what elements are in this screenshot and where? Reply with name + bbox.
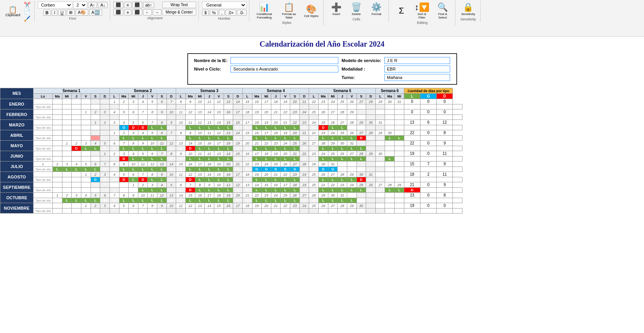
tipo-label: Tipo de día	[33, 146, 52, 151]
comma-button[interactable]: ,	[219, 10, 225, 16]
format-button[interactable]: ⚙️ Format	[367, 2, 386, 17]
tipo-cell	[72, 125, 81, 130]
cell-styles-button[interactable]: 🎨 Cell Styles	[302, 3, 321, 18]
currency-button[interactable]: $	[202, 10, 209, 16]
wrap-text-button[interactable]: Wrap Text	[162, 2, 197, 8]
nombre-ie-input[interactable]	[230, 57, 338, 64]
copy-button[interactable]: 📄	[23, 8, 32, 15]
tipo-cell: L	[91, 198, 100, 203]
tipo-cell: L	[138, 188, 148, 193]
fecha-cell: 1	[33, 161, 52, 167]
fecha-cell: 30	[366, 120, 376, 125]
tipo-cell	[385, 198, 395, 203]
tipo-cell: D	[299, 177, 309, 182]
fecha-cell: 30	[385, 130, 395, 136]
font-color-button[interactable]: A🔤	[89, 9, 102, 16]
align-top-left-button[interactable]: ⬛	[113, 2, 123, 8]
tipo-cell: D	[299, 125, 309, 130]
tipo-cell: L	[224, 198, 233, 203]
tipo-cell: L	[338, 177, 347, 182]
conditional-formatting-button[interactable]: 📊 Conditional Formatting	[252, 2, 276, 20]
tipo-cell: D	[186, 146, 195, 151]
fecha-cell: 16	[224, 172, 233, 177]
modalidad-value: EBR	[384, 66, 450, 72]
fecha-cell: 19	[214, 161, 224, 167]
sum-button[interactable]: Σ	[392, 5, 411, 17]
tipo-cell	[62, 125, 72, 130]
sort-filter-button[interactable]: ↕🔽 Sort & Filter	[412, 2, 432, 20]
tipo-cell: L	[224, 177, 233, 182]
fecha-cell: 2	[72, 141, 81, 146]
fecha-cell	[366, 193, 376, 198]
italic-button[interactable]: I	[52, 10, 57, 16]
borders-button[interactable]: ⊞	[67, 9, 75, 16]
fecha-cell	[72, 120, 81, 125]
percent-button[interactable]: %	[210, 10, 218, 16]
tipo-cell	[252, 104, 262, 109]
format-as-table-button[interactable]: 📋 Format as Table	[277, 2, 301, 20]
fecha-cell: 10	[214, 182, 224, 188]
L-header: L	[404, 94, 420, 99]
align-right-button[interactable]: ⬛	[132, 9, 142, 15]
tipo-cell: L	[318, 188, 328, 193]
tipo-cell	[100, 125, 110, 130]
fecha-cell: 30	[338, 141, 347, 146]
tipo-cell	[81, 156, 91, 161]
tipo-cell	[72, 115, 81, 120]
underline-button[interactable]: U	[58, 10, 66, 16]
indent-inc-button[interactable]: →	[153, 9, 161, 15]
fecha-cell: 4	[138, 99, 148, 104]
fecha-cell: 12	[186, 109, 195, 115]
fecha-cell: 15	[233, 151, 243, 156]
tipo-cell: L	[176, 177, 186, 182]
align-top-right-button[interactable]: ⬛	[132, 2, 142, 8]
orient-button[interactable]: ab↑	[143, 2, 155, 8]
dec-inc-button[interactable]: .0+	[225, 10, 236, 16]
insert-button[interactable]: ➕ Insert	[327, 2, 346, 17]
tipo-cell	[309, 209, 319, 214]
tipo-cell: L	[338, 156, 347, 161]
indent-dec-button[interactable]: ←	[143, 9, 152, 15]
fecha-cell: 31	[366, 172, 376, 177]
tipo-cell	[214, 104, 224, 109]
align-top-center-button[interactable]: ≡	[124, 2, 131, 8]
paste-button[interactable]: 📋 Clipboard	[4, 5, 22, 18]
decrease-font-button[interactable]: A↓	[98, 2, 108, 8]
tipo-cell	[81, 115, 91, 120]
delete-button[interactable]: 🗑️ Delete	[347, 2, 366, 17]
tipo-cell: D	[299, 146, 309, 151]
increase-font-button[interactable]: A↑	[88, 2, 98, 8]
bold-button[interactable]: B	[43, 10, 51, 16]
fecha-cell: 21	[271, 203, 281, 209]
cut-button[interactable]: ✂️	[23, 2, 32, 8]
tipo-cell	[262, 209, 271, 214]
tipo-cell: D	[356, 177, 366, 182]
tipo-cell	[366, 104, 376, 109]
merge-center-button[interactable]: Merge & Center	[162, 9, 197, 15]
fecha-cell: 25	[271, 161, 281, 167]
font-size-selector[interactable]: 20	[73, 2, 87, 8]
align-left-button[interactable]: ⬛	[113, 9, 123, 15]
number-format-selector[interactable]: General	[202, 2, 246, 8]
tipo-cell: L	[281, 198, 290, 203]
cells-group: ➕ Insert 🗑️ Delete ⚙️ Format Cells	[325, 1, 389, 22]
fecha-cell: 14	[233, 99, 243, 104]
fecha-cell: 25	[309, 203, 319, 209]
fill-color-button[interactable]: A🎨	[76, 9, 88, 16]
sensitivity-button[interactable]: 🔒 Sensitivity	[459, 2, 478, 17]
fecha-cell: 10	[176, 120, 186, 125]
tipo-cell	[366, 146, 376, 151]
dec-dec-button[interactable]: .0-	[237, 10, 247, 16]
font-selector[interactable]: Corben	[38, 2, 72, 8]
format-painter-button[interactable]: 🖌️	[23, 15, 32, 22]
fecha-cell: 24	[318, 151, 328, 156]
find-select-button[interactable]: 🔍 Find & Select	[433, 2, 453, 20]
tipo-cell	[129, 188, 138, 193]
fecha-cell: 2	[138, 182, 148, 188]
fecha-cell: 27	[338, 120, 347, 125]
fecha-cell: 15	[214, 203, 224, 209]
fecha-cell: 22	[328, 182, 338, 188]
fecha-cell: 5	[119, 109, 129, 115]
tipo-cell	[166, 209, 176, 214]
align-center-button[interactable]: ≡	[124, 9, 131, 15]
